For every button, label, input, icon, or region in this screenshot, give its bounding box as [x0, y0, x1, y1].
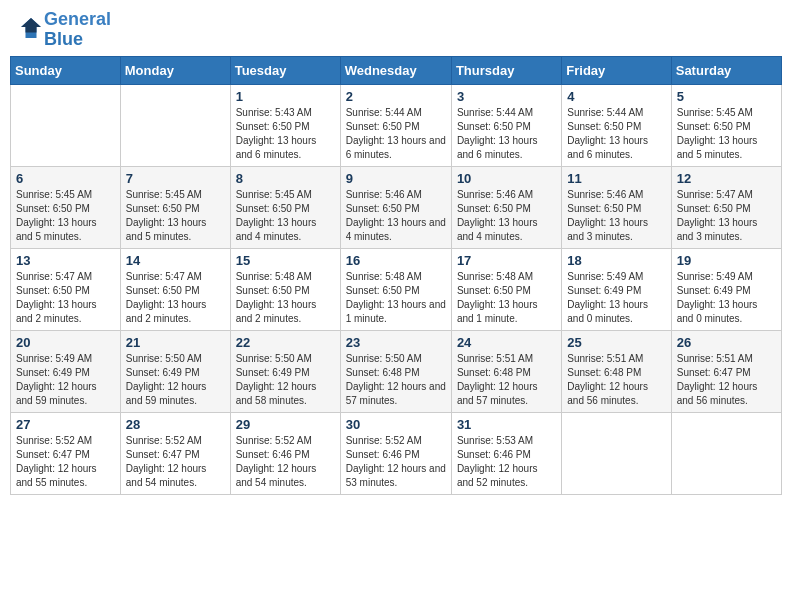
day-number: 6: [16, 171, 115, 186]
day-number: 13: [16, 253, 115, 268]
day-info: Sunrise: 5:44 AM Sunset: 6:50 PM Dayligh…: [567, 106, 665, 162]
day-number: 7: [126, 171, 225, 186]
day-number: 18: [567, 253, 665, 268]
day-number: 22: [236, 335, 335, 350]
calendar-cell: 3Sunrise: 5:44 AM Sunset: 6:50 PM Daylig…: [451, 84, 561, 166]
day-number: 30: [346, 417, 446, 432]
day-info: Sunrise: 5:46 AM Sunset: 6:50 PM Dayligh…: [457, 188, 556, 244]
day-number: 21: [126, 335, 225, 350]
calendar-cell: 2Sunrise: 5:44 AM Sunset: 6:50 PM Daylig…: [340, 84, 451, 166]
calendar-cell: [11, 84, 121, 166]
calendar-cell: 26Sunrise: 5:51 AM Sunset: 6:47 PM Dayli…: [671, 330, 781, 412]
calendar-cell: 15Sunrise: 5:48 AM Sunset: 6:50 PM Dayli…: [230, 248, 340, 330]
calendar-cell: 4Sunrise: 5:44 AM Sunset: 6:50 PM Daylig…: [562, 84, 671, 166]
calendar-cell: 17Sunrise: 5:48 AM Sunset: 6:50 PM Dayli…: [451, 248, 561, 330]
calendar-cell: 22Sunrise: 5:50 AM Sunset: 6:49 PM Dayli…: [230, 330, 340, 412]
day-info: Sunrise: 5:53 AM Sunset: 6:46 PM Dayligh…: [457, 434, 556, 490]
day-number: 29: [236, 417, 335, 432]
page-header: GeneralBlue: [10, 10, 782, 50]
calendar-cell: 29Sunrise: 5:52 AM Sunset: 6:46 PM Dayli…: [230, 412, 340, 494]
calendar-cell: [671, 412, 781, 494]
weekday-header: Friday: [562, 56, 671, 84]
day-number: 2: [346, 89, 446, 104]
day-number: 1: [236, 89, 335, 104]
calendar-table: SundayMondayTuesdayWednesdayThursdayFrid…: [10, 56, 782, 495]
calendar-cell: 16Sunrise: 5:48 AM Sunset: 6:50 PM Dayli…: [340, 248, 451, 330]
weekday-header: Wednesday: [340, 56, 451, 84]
day-info: Sunrise: 5:52 AM Sunset: 6:46 PM Dayligh…: [346, 434, 446, 490]
calendar-cell: 1Sunrise: 5:43 AM Sunset: 6:50 PM Daylig…: [230, 84, 340, 166]
calendar-cell: 31Sunrise: 5:53 AM Sunset: 6:46 PM Dayli…: [451, 412, 561, 494]
day-number: 4: [567, 89, 665, 104]
day-number: 23: [346, 335, 446, 350]
day-info: Sunrise: 5:44 AM Sunset: 6:50 PM Dayligh…: [457, 106, 556, 162]
svg-marker-1: [21, 18, 41, 32]
calendar-header: SundayMondayTuesdayWednesdayThursdayFrid…: [11, 56, 782, 84]
day-number: 27: [16, 417, 115, 432]
day-info: Sunrise: 5:45 AM Sunset: 6:50 PM Dayligh…: [677, 106, 776, 162]
calendar-cell: 12Sunrise: 5:47 AM Sunset: 6:50 PM Dayli…: [671, 166, 781, 248]
calendar-cell: 9Sunrise: 5:46 AM Sunset: 6:50 PM Daylig…: [340, 166, 451, 248]
calendar-week-row: 6Sunrise: 5:45 AM Sunset: 6:50 PM Daylig…: [11, 166, 782, 248]
calendar-week-row: 20Sunrise: 5:49 AM Sunset: 6:49 PM Dayli…: [11, 330, 782, 412]
day-info: Sunrise: 5:46 AM Sunset: 6:50 PM Dayligh…: [567, 188, 665, 244]
weekday-header: Sunday: [11, 56, 121, 84]
day-info: Sunrise: 5:51 AM Sunset: 6:48 PM Dayligh…: [567, 352, 665, 408]
logo-text: GeneralBlue: [44, 10, 111, 50]
calendar-cell: 19Sunrise: 5:49 AM Sunset: 6:49 PM Dayli…: [671, 248, 781, 330]
day-number: 31: [457, 417, 556, 432]
day-info: Sunrise: 5:43 AM Sunset: 6:50 PM Dayligh…: [236, 106, 335, 162]
calendar-cell: 24Sunrise: 5:51 AM Sunset: 6:48 PM Dayli…: [451, 330, 561, 412]
day-number: 5: [677, 89, 776, 104]
calendar-cell: 11Sunrise: 5:46 AM Sunset: 6:50 PM Dayli…: [562, 166, 671, 248]
day-info: Sunrise: 5:48 AM Sunset: 6:50 PM Dayligh…: [346, 270, 446, 326]
weekday-header: Monday: [120, 56, 230, 84]
calendar-week-row: 13Sunrise: 5:47 AM Sunset: 6:50 PM Dayli…: [11, 248, 782, 330]
calendar-cell: 7Sunrise: 5:45 AM Sunset: 6:50 PM Daylig…: [120, 166, 230, 248]
calendar-cell: 6Sunrise: 5:45 AM Sunset: 6:50 PM Daylig…: [11, 166, 121, 248]
day-info: Sunrise: 5:50 AM Sunset: 6:49 PM Dayligh…: [126, 352, 225, 408]
calendar-cell: 25Sunrise: 5:51 AM Sunset: 6:48 PM Dayli…: [562, 330, 671, 412]
day-info: Sunrise: 5:50 AM Sunset: 6:48 PM Dayligh…: [346, 352, 446, 408]
day-info: Sunrise: 5:52 AM Sunset: 6:47 PM Dayligh…: [16, 434, 115, 490]
day-info: Sunrise: 5:46 AM Sunset: 6:50 PM Dayligh…: [346, 188, 446, 244]
weekday-header: Saturday: [671, 56, 781, 84]
calendar-cell: [562, 412, 671, 494]
logo: GeneralBlue: [20, 10, 111, 50]
calendar-cell: 5Sunrise: 5:45 AM Sunset: 6:50 PM Daylig…: [671, 84, 781, 166]
calendar-cell: 30Sunrise: 5:52 AM Sunset: 6:46 PM Dayli…: [340, 412, 451, 494]
day-info: Sunrise: 5:48 AM Sunset: 6:50 PM Dayligh…: [236, 270, 335, 326]
calendar-week-row: 27Sunrise: 5:52 AM Sunset: 6:47 PM Dayli…: [11, 412, 782, 494]
day-info: Sunrise: 5:49 AM Sunset: 6:49 PM Dayligh…: [677, 270, 776, 326]
day-info: Sunrise: 5:49 AM Sunset: 6:49 PM Dayligh…: [567, 270, 665, 326]
day-number: 15: [236, 253, 335, 268]
calendar-week-row: 1Sunrise: 5:43 AM Sunset: 6:50 PM Daylig…: [11, 84, 782, 166]
day-number: 26: [677, 335, 776, 350]
day-number: 20: [16, 335, 115, 350]
calendar-cell: [120, 84, 230, 166]
day-info: Sunrise: 5:48 AM Sunset: 6:50 PM Dayligh…: [457, 270, 556, 326]
day-info: Sunrise: 5:45 AM Sunset: 6:50 PM Dayligh…: [16, 188, 115, 244]
weekday-header: Tuesday: [230, 56, 340, 84]
day-info: Sunrise: 5:47 AM Sunset: 6:50 PM Dayligh…: [126, 270, 225, 326]
calendar-cell: 28Sunrise: 5:52 AM Sunset: 6:47 PM Dayli…: [120, 412, 230, 494]
day-info: Sunrise: 5:51 AM Sunset: 6:47 PM Dayligh…: [677, 352, 776, 408]
day-number: 14: [126, 253, 225, 268]
calendar-cell: 27Sunrise: 5:52 AM Sunset: 6:47 PM Dayli…: [11, 412, 121, 494]
day-info: Sunrise: 5:45 AM Sunset: 6:50 PM Dayligh…: [126, 188, 225, 244]
calendar-cell: 18Sunrise: 5:49 AM Sunset: 6:49 PM Dayli…: [562, 248, 671, 330]
day-number: 10: [457, 171, 556, 186]
day-number: 9: [346, 171, 446, 186]
day-number: 17: [457, 253, 556, 268]
day-info: Sunrise: 5:49 AM Sunset: 6:49 PM Dayligh…: [16, 352, 115, 408]
day-number: 16: [346, 253, 446, 268]
calendar-cell: 23Sunrise: 5:50 AM Sunset: 6:48 PM Dayli…: [340, 330, 451, 412]
calendar-cell: 13Sunrise: 5:47 AM Sunset: 6:50 PM Dayli…: [11, 248, 121, 330]
day-info: Sunrise: 5:50 AM Sunset: 6:49 PM Dayligh…: [236, 352, 335, 408]
day-number: 12: [677, 171, 776, 186]
calendar-body: 1Sunrise: 5:43 AM Sunset: 6:50 PM Daylig…: [11, 84, 782, 494]
weekday-header: Thursday: [451, 56, 561, 84]
day-info: Sunrise: 5:51 AM Sunset: 6:48 PM Dayligh…: [457, 352, 556, 408]
calendar-cell: 10Sunrise: 5:46 AM Sunset: 6:50 PM Dayli…: [451, 166, 561, 248]
day-info: Sunrise: 5:44 AM Sunset: 6:50 PM Dayligh…: [346, 106, 446, 162]
